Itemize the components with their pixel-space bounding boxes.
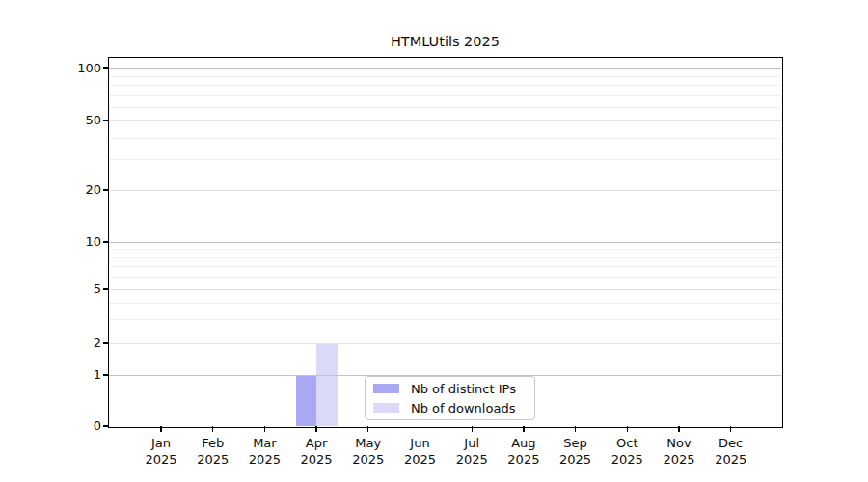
y-tick-mark	[103, 288, 109, 289]
chart-title: HTMLUtils 2025	[109, 34, 781, 49]
decade-gridline	[109, 375, 781, 376]
minor-gridline	[109, 303, 781, 304]
minor-gridline	[109, 277, 781, 278]
x-tick-mark	[575, 426, 576, 432]
y-tick-label: 5	[51, 281, 101, 298]
minor-gridline	[109, 107, 781, 108]
chart-figure: HTMLUtils 2025 0125102050100 Jan 2025Feb…	[0, 0, 868, 482]
minor-gridline	[109, 95, 781, 96]
x-tick-mark	[420, 426, 420, 432]
y-tick-mark	[103, 67, 109, 68]
y-tick-mark	[103, 241, 109, 242]
minor-gridline	[109, 249, 781, 250]
x-tick-label: Dec 2025	[700, 436, 762, 468]
minor-gridline	[109, 257, 781, 258]
minor-gridline	[109, 76, 781, 77]
x-tick-mark	[523, 426, 524, 432]
decade-gridline	[109, 68, 781, 69]
x-tick-mark	[472, 426, 473, 432]
x-tick-mark	[264, 426, 265, 432]
x-tick-mark	[315, 426, 316, 432]
y-tick-mark	[103, 342, 109, 343]
x-tick-mark	[678, 426, 679, 432]
x-tick-mark	[730, 426, 731, 432]
y-tick-label: 20	[51, 181, 101, 199]
y-tick-label: 100	[51, 60, 101, 77]
y-tick-label: 1	[51, 366, 101, 384]
minor-gridline	[109, 138, 781, 139]
x-tick-mark	[212, 426, 213, 432]
gridlines-layer	[109, 58, 781, 426]
minor-gridline	[109, 319, 781, 320]
major-gridline	[109, 289, 781, 290]
x-tick-mark	[367, 426, 368, 432]
x-tick-mark	[627, 426, 628, 432]
y-tick-label: 2	[51, 335, 101, 352]
y-tick-label: 50	[51, 112, 101, 129]
major-gridline	[109, 343, 781, 344]
minor-gridline	[109, 266, 781, 267]
x-tick-mark	[160, 426, 161, 432]
y-tick-label: 10	[51, 233, 101, 251]
major-gridline	[109, 120, 781, 121]
major-gridline	[109, 190, 781, 191]
y-tick-mark	[103, 120, 109, 120]
y-tick-label: 0	[51, 417, 101, 435]
y-tick-mark	[103, 189, 109, 190]
decade-gridline	[109, 242, 781, 243]
minor-gridline	[109, 85, 781, 86]
y-tick-mark	[103, 425, 109, 426]
minor-gridline	[109, 159, 781, 160]
y-tick-mark	[103, 374, 109, 375]
